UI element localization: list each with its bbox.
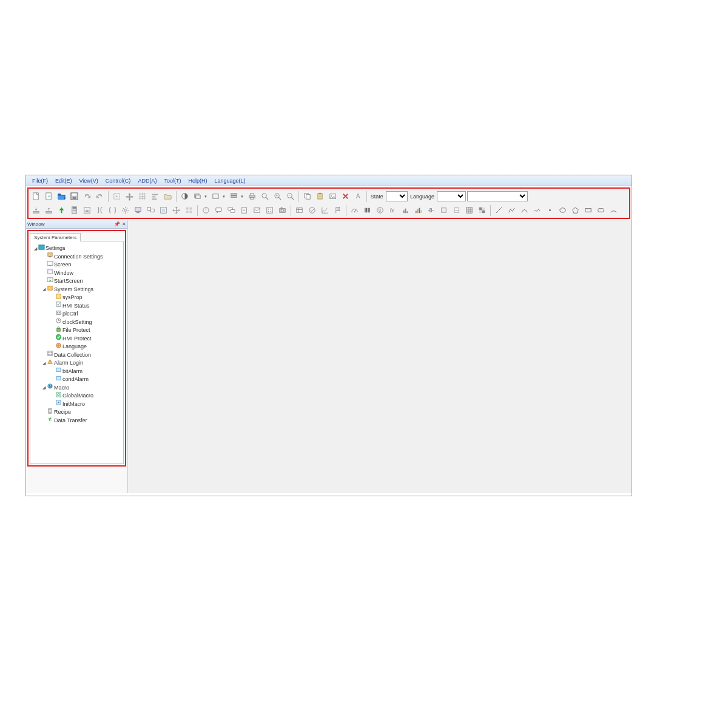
list-icon[interactable]: [81, 204, 93, 216]
undo-icon[interactable]: [94, 190, 106, 202]
checkmark-icon[interactable]: [306, 204, 318, 216]
move2-icon[interactable]: [170, 204, 182, 216]
menu-tool[interactable]: Tool(T): [160, 178, 184, 184]
tab-system-parameters[interactable]: System Parameters: [30, 233, 81, 241]
curve-tool-icon[interactable]: [519, 204, 530, 216]
script-icon[interactable]: [94, 204, 106, 216]
image-icon[interactable]: [327, 190, 339, 202]
pin-icon[interactable]: 📌: [114, 221, 120, 227]
line-tool-icon[interactable]: [493, 204, 505, 216]
move-tool-icon[interactable]: [124, 190, 135, 202]
chart-bars2-icon[interactable]: [413, 204, 424, 216]
zoom-icon[interactable]: [259, 190, 271, 202]
grid-icon[interactable]: [136, 190, 148, 202]
tree-node-plcctrl[interactable]: plcCtrl: [50, 309, 122, 318]
menu-control[interactable]: Control(C): [102, 178, 135, 184]
align-icon[interactable]: [149, 190, 161, 202]
arrow-up-icon[interactable]: [56, 204, 67, 216]
redo-icon[interactable]: [81, 190, 93, 202]
tree-node-hmiprotect[interactable]: HMI Protect: [50, 334, 122, 343]
tree-node-alarmlogin[interactable]: ◢Alarm Login bitAlarm condAlarm: [41, 359, 122, 383]
zoom-out-icon[interactable]: -: [285, 190, 296, 202]
tree-node-startscreen[interactable]: StartScreen: [41, 277, 122, 285]
chat2-icon[interactable]: [226, 204, 237, 216]
copy-icon[interactable]: [302, 190, 313, 202]
rect-tool-icon[interactable]: [582, 204, 594, 216]
state-select[interactable]: [386, 191, 408, 201]
layers-icon[interactable]: [192, 190, 203, 202]
function-icon[interactable]: fx: [387, 204, 399, 216]
tree-node-bitalarm[interactable]: bitAlarm: [50, 367, 122, 376]
upload-icon[interactable]: [43, 204, 55, 216]
print-icon[interactable]: [246, 190, 258, 202]
calculator-icon[interactable]: [69, 204, 80, 216]
tree-node-settings[interactable]: ◢Settings Connection Settings Screen Win…: [33, 244, 122, 424]
dots-icon[interactable]: [264, 204, 275, 216]
contrast-icon[interactable]: [179, 190, 190, 202]
tree-node-hmistatus[interactable]: HMI Status: [50, 302, 122, 310]
ellipse-tool-icon[interactable]: [557, 204, 568, 216]
menu-file[interactable]: File(F): [29, 178, 52, 184]
tree-node-fileprotect[interactable]: File Protect: [50, 326, 122, 334]
menu-edit[interactable]: Edit(E): [52, 178, 76, 184]
tree-node-sysprop[interactable]: sysProp: [50, 293, 122, 302]
windows-icon[interactable]: [145, 204, 157, 216]
new-file-plus-icon[interactable]: +: [43, 190, 55, 202]
page-icon[interactable]: [238, 204, 250, 216]
polygon-tool-icon[interactable]: [570, 204, 581, 216]
zero-icon[interactable]: 0: [374, 204, 386, 216]
rect-icon[interactable]: [210, 190, 221, 202]
dropdown-arrow-icon[interactable]: ▼: [222, 195, 227, 198]
paste-icon[interactable]: [314, 190, 326, 202]
table-icon[interactable]: [294, 204, 305, 216]
box2-icon[interactable]: [451, 204, 462, 216]
menu-help[interactable]: Help(H): [184, 178, 211, 184]
tree-node-connection[interactable]: Connection Settings: [41, 252, 122, 261]
arc-tool-icon[interactable]: [608, 204, 619, 216]
tree-node-datacollection[interactable]: Data Collection: [41, 351, 122, 359]
menu-add[interactable]: ADD(A): [134, 178, 160, 184]
checker-icon[interactable]: [476, 204, 488, 216]
tree-node-clocksetting[interactable]: clockSetting: [50, 318, 122, 326]
menu-language[interactable]: Language(L): [211, 178, 249, 184]
grid3-icon[interactable]: [463, 204, 475, 216]
dot-tool-icon[interactable]: [544, 204, 556, 216]
barcode-icon[interactable]: [362, 204, 373, 216]
tree-node-datatransfer[interactable]: Data Transfer: [41, 416, 122, 425]
tree-node-screen[interactable]: Screen: [41, 260, 122, 269]
select-tool-icon[interactable]: [111, 190, 123, 202]
folder-up-icon[interactable]: [162, 190, 174, 202]
picture-icon[interactable]: [251, 204, 263, 216]
script2-icon[interactable]: [107, 204, 118, 216]
tree-node-condalarm[interactable]: condAlarm: [50, 375, 122, 383]
tree-node-language[interactable]: Language: [50, 342, 122, 351]
gauge-icon[interactable]: [349, 204, 360, 216]
tree-node-macro[interactable]: ◢MMacro GlobalMacro InitMacro: [41, 383, 122, 408]
component-icon[interactable]: [158, 204, 169, 216]
tree-node-window[interactable]: Window: [41, 269, 122, 277]
delete-icon[interactable]: [340, 190, 351, 202]
grid2-icon[interactable]: [183, 204, 195, 216]
box1-icon[interactable]: [438, 204, 450, 216]
new-file-icon[interactable]: [30, 190, 42, 202]
tree-node-recipe[interactable]: Recipe: [41, 408, 122, 416]
zoom-in-icon[interactable]: +: [272, 190, 283, 202]
slider-icon[interactable]: [425, 204, 437, 216]
power-icon[interactable]: [200, 204, 212, 216]
open-folder-icon[interactable]: [56, 190, 67, 202]
stack-icon[interactable]: [228, 190, 240, 202]
roundrect-tool-icon[interactable]: [595, 204, 607, 216]
text-tool-icon[interactable]: A: [352, 190, 364, 202]
extra-select[interactable]: [467, 191, 528, 201]
flag-icon[interactable]: [332, 204, 343, 216]
tree-node-system-settings[interactable]: ◢System Settings sysProp HMI Status plcC…: [41, 285, 122, 351]
chart-bar-icon[interactable]: [400, 204, 411, 216]
chart-line-icon[interactable]: [319, 204, 331, 216]
tree-node-initmacro[interactable]: InitMacro: [50, 400, 122, 408]
save-icon[interactable]: [69, 190, 80, 202]
monitor-icon[interactable]: [132, 204, 144, 216]
menu-view[interactable]: View(V): [76, 178, 102, 184]
close-icon[interactable]: ✕: [122, 221, 126, 227]
gear-icon[interactable]: [120, 204, 131, 216]
dropdown-arrow-icon[interactable]: ▼: [204, 195, 209, 198]
